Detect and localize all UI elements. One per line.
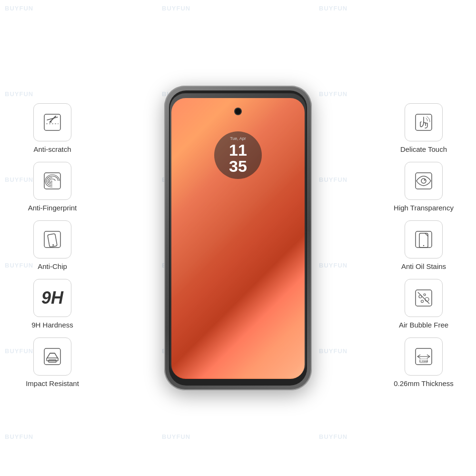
high-transparency-icon-box bbox=[405, 162, 443, 200]
thickness-icon: 0.26MM bbox=[412, 345, 436, 368]
phone-clock-widget: Tue, Apr 11 35 bbox=[214, 131, 262, 179]
svg-point-23 bbox=[424, 294, 426, 296]
anti-oil-icon-box bbox=[405, 220, 443, 258]
clock-date: Tue, Apr bbox=[230, 136, 246, 141]
left-features-column: Anti-scratch Anti-Fingerprint bbox=[0, 89, 105, 387]
anti-oil-label: Anti Oil Stains bbox=[401, 262, 446, 270]
air-bubble-free-label: Air Bubble Free bbox=[399, 321, 448, 329]
feature-9h-hardness: 9H 9H Hardness bbox=[7, 279, 98, 329]
eye-icon bbox=[412, 169, 436, 193]
feature-air-bubble-free: Air Bubble Free bbox=[378, 279, 469, 329]
air-bubble-free-icon-box bbox=[405, 279, 443, 317]
svg-rect-7 bbox=[48, 233, 57, 247]
feature-thickness: 0.26MM 0.26mm Thickness bbox=[378, 337, 469, 387]
svg-point-19 bbox=[423, 245, 424, 246]
impact-icon bbox=[40, 345, 64, 368]
svg-point-16 bbox=[424, 179, 426, 180]
anti-chip-label: Anti-Chip bbox=[38, 262, 67, 270]
thickness-icon-box: 0.26MM bbox=[405, 337, 443, 376]
9h-text: 9H bbox=[41, 288, 63, 308]
anti-scratch-icon-box bbox=[33, 103, 71, 141]
phone-screen: Tue, Apr 11 35 bbox=[171, 98, 305, 379]
main-layout: Anti-scratch Anti-Fingerprint bbox=[0, 0, 476, 476]
9h-hardness-icon-box: 9H bbox=[33, 279, 71, 317]
anti-fingerprint-icon-box bbox=[33, 162, 71, 200]
svg-point-24 bbox=[425, 298, 429, 301]
clock-minutes: 35 bbox=[229, 158, 247, 174]
feature-high-transparency: High Transparency bbox=[378, 162, 469, 212]
scratch-icon bbox=[40, 110, 64, 134]
oil-icon bbox=[412, 228, 436, 251]
9h-hardness-label: 9H Hardness bbox=[31, 321, 73, 329]
svg-point-8 bbox=[52, 244, 54, 246]
impact-resistant-icon-box bbox=[33, 337, 71, 376]
svg-point-15 bbox=[421, 178, 426, 183]
feature-anti-chip: Anti-Chip bbox=[7, 220, 98, 270]
svg-point-22 bbox=[419, 295, 422, 298]
phone-inner-frame: Tue, Apr 11 35 bbox=[169, 90, 307, 386]
fingerprint-icon bbox=[40, 169, 64, 193]
anti-chip-icon-box bbox=[33, 220, 71, 258]
phone-display: Tue, Apr 11 35 bbox=[105, 86, 371, 390]
feature-anti-scratch: Anti-scratch bbox=[7, 103, 98, 153]
svg-text:0.26MM: 0.26MM bbox=[419, 360, 428, 363]
impact-resistant-label: Impact Resistant bbox=[26, 379, 79, 387]
chip-icon bbox=[40, 228, 64, 251]
svg-rect-14 bbox=[416, 173, 432, 189]
feature-anti-oil: Anti Oil Stains bbox=[378, 220, 469, 270]
delicate-touch-icon-box bbox=[405, 103, 443, 141]
delicate-touch-label: Delicate Touch bbox=[400, 145, 447, 153]
feature-impact-resistant: Impact Resistant bbox=[7, 337, 98, 387]
phone-outer-frame: Tue, Apr 11 35 bbox=[164, 86, 312, 390]
thickness-label: 0.26mm Thickness bbox=[394, 379, 454, 387]
svg-rect-0 bbox=[44, 114, 60, 130]
touch-icon bbox=[412, 110, 436, 134]
anti-fingerprint-label: Anti-Fingerprint bbox=[28, 204, 77, 212]
anti-scratch-label: Anti-scratch bbox=[33, 145, 71, 153]
phone-camera bbox=[235, 109, 241, 114]
feature-delicate-touch: Delicate Touch bbox=[378, 103, 469, 153]
high-transparency-label: High Transparency bbox=[394, 204, 454, 212]
svg-point-25 bbox=[421, 300, 424, 302]
phone-mockup: Tue, Apr 11 35 bbox=[164, 86, 312, 390]
feature-anti-fingerprint: Anti-Fingerprint bbox=[7, 162, 98, 212]
right-features-column: Delicate Touch High Transparency bbox=[371, 89, 476, 387]
bubble-icon bbox=[412, 286, 436, 310]
clock-hours: 11 bbox=[229, 142, 247, 158]
